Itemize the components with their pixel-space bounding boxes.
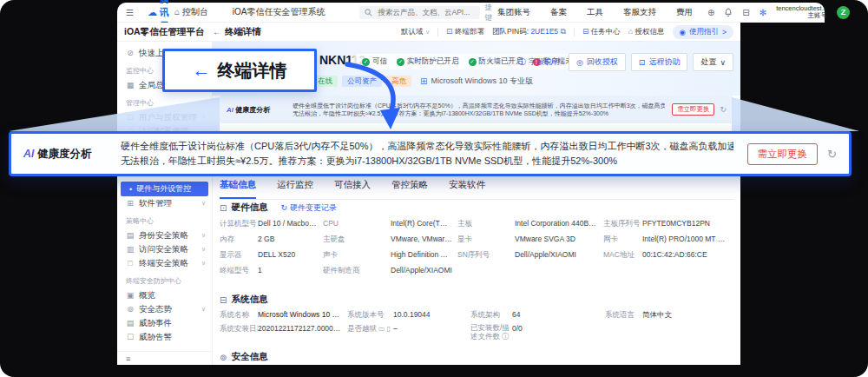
replace-now-button-large[interactable]: 需立即更换: [747, 143, 819, 165]
copy-icon[interactable]: ⧉: [560, 27, 565, 36]
security-section-header: ⊚ 安全信息: [220, 351, 267, 363]
posture-icon: ⊚: [126, 305, 135, 314]
search-input[interactable]: [376, 7, 475, 17]
replace-now-button[interactable]: 需立即更换: [672, 103, 715, 116]
tag-company-asset: 公司资产: [342, 76, 382, 87]
profiles-label: 已安装数/描述文件数ⓘ: [470, 321, 512, 341]
windows-icon: ⊞: [420, 76, 427, 86]
jailbreak-label: 是否越狱▭▯: [347, 321, 393, 341]
software-icon: ⊞: [126, 199, 135, 208]
sidebar-item-security-posture[interactable]: ⊚ 安全态势 ∨: [117, 302, 212, 316]
shield-check-icon: ✓: [397, 58, 404, 66]
chevron-down-icon: ∨: [201, 260, 206, 267]
search-icon: [365, 9, 372, 17]
system-section-header: ⊟ 系统信息: [220, 294, 267, 306]
hamburger-menu-icon[interactable]: ☰: [126, 8, 134, 17]
region-selector[interactable]: 默认域 ∨: [401, 27, 430, 37]
system-info-grid: 系统名称Microsoft Windows 10 专业版 系统版本号10.0.1…: [220, 308, 735, 341]
tab-runtime-monitor[interactable]: 运行监控: [277, 179, 313, 199]
chevron-down-icon: ∨: [425, 29, 430, 35]
sidebar-item-access-policy[interactable]: ▥ 访问安全策略 ∨: [117, 242, 212, 256]
sidebar-section-protection: 终端安全防护中心: [126, 276, 212, 286]
chevron-down-icon: ∨: [201, 232, 206, 239]
chevron-down-icon: ∨: [201, 306, 206, 313]
avatar[interactable]: Z: [837, 6, 850, 19]
task-center-link[interactable]: ⊟ 任务中心: [582, 27, 621, 37]
recycle-license-button[interactable]: ◎ 回收授权: [569, 53, 626, 71]
sidebar-item-software[interactable]: ⊞ 软件管理 ∨: [117, 196, 212, 210]
menu-tools[interactable]: 工具: [587, 7, 603, 18]
sidebar-section-manage: 管理中心: [126, 98, 212, 108]
ai-banner-text: 硬件全维度低于设计岗位标准（CPU落后3代/内存不足50%），高温降频常态化导致…: [293, 102, 665, 118]
home-icon: ⌂: [174, 7, 180, 17]
sidebar-item-threat-events[interactable]: ▤ 威胁事件: [117, 316, 212, 330]
menu-group-account[interactable]: 集团账号: [497, 7, 530, 18]
tab-trusted-access[interactable]: 可信接入: [334, 179, 371, 199]
tab-control-policy[interactable]: 管控策略: [391, 179, 428, 199]
bell-icon[interactable]: [724, 8, 733, 17]
menu-support[interactable]: 客服支持: [623, 7, 656, 18]
hardware-icon: ⊡: [220, 203, 227, 213]
refresh-icon[interactable]: ↻: [720, 105, 727, 114]
platform-title: iOA零信任管理平台: [124, 26, 213, 38]
sidebar-item-user-auth[interactable]: ⊡ 用户与授权管理 ∨: [117, 110, 212, 124]
sidebar-section-policy: 策略中心: [126, 216, 212, 226]
ai-gradient-text: AI: [227, 106, 233, 114]
globe-icon[interactable]: ⊕: [707, 8, 714, 17]
tag-high-risk: 高危: [386, 76, 411, 87]
badge-trusted: ✓ 可信: [362, 56, 387, 67]
system-icon: ⊟: [220, 295, 227, 305]
menu-beian[interactable]: 备案: [550, 7, 567, 18]
sidebar-item-terminal-policy[interactable]: □ 终端安全策略 ∨: [117, 256, 212, 270]
chevron-down-icon: ∨: [201, 246, 206, 253]
tab-installed-software[interactable]: 安装软件: [449, 179, 485, 199]
account-info[interactable]: tencencloudtest... 主账号: [776, 5, 827, 20]
collapse-icon: ≡: [126, 354, 130, 363]
terminal-icon: □: [126, 259, 135, 268]
ai-health-banner: AI 健康度分析 硬件全维度低于设计岗位标准（CPU落后3代/内存不足50%），…: [220, 96, 733, 123]
ai-gradient-text: AI: [23, 148, 35, 160]
overview-icon: ▣: [126, 291, 135, 300]
search-box[interactable]: [359, 6, 480, 19]
mini-program-icon[interactable]: ⊟: [742, 8, 749, 17]
dispose-dropdown[interactable]: 处置 ∨: [693, 53, 733, 71]
breadcrumb: 终端详情: [225, 26, 261, 38]
sidebar-item-identity-policy[interactable]: ▤ 身份安全策略 ∨: [117, 228, 212, 242]
deploy-icon: ⊡: [446, 27, 453, 36]
monitor-icon: ⊡: [639, 58, 646, 67]
access-icon: ▥: [126, 245, 135, 254]
user-icon: ⊡: [126, 113, 135, 122]
sidebar-collapse-button[interactable]: ≡: [117, 351, 220, 365]
hardware-change-log-link[interactable]: ↻ 硬件变更记录: [280, 202, 337, 214]
shield-icon: ⊚: [220, 353, 227, 362]
back-arrow-icon[interactable]: ←: [213, 27, 221, 36]
hardware-section-header: ⊡ 硬件信息 ↻ 硬件变更记录: [220, 202, 337, 214]
badge-firewall: ✓ 防火墙已开启: [469, 56, 523, 67]
terminal-detail-callout-label: ← 终端详情: [162, 49, 317, 92]
field-help-link[interactable]: ⓘ 字段说明: [518, 56, 560, 68]
sidebar-item-overview[interactable]: ▣ 概览: [117, 288, 212, 302]
remote-assist-button[interactable]: ⊡ 远程协助: [631, 53, 688, 71]
sidebar-item-threat-alerts[interactable]: ☐ 威胁告警: [117, 330, 212, 344]
product-name: iOA零信任安全管理系统: [233, 6, 326, 18]
ai-health-callout: AI 健康度分析 硬件全维度低于设计岗位标准（CPU落后3代/内存不足50%），…: [9, 131, 852, 176]
refresh-icon-large[interactable]: ↻: [827, 148, 837, 161]
ai-logo-large: AI 健康度分析: [23, 147, 121, 162]
license-link[interactable]: ⌂ 授权信息: [628, 27, 665, 37]
threat-event-icon: ▤: [126, 319, 135, 327]
hardware-info-grid: 计算机型号Dell 10 / MacbookPro 2020 / Xi... C…: [220, 215, 735, 278]
sidebar-item-hardware-peripheral[interactable]: • 硬件与外设管控: [121, 182, 208, 196]
deploy-link[interactable]: ⊡ 终端部署: [446, 27, 484, 37]
license-icon: ⌂: [628, 27, 633, 36]
assistant-icon[interactable]: ✻: [760, 8, 766, 17]
tab-basic-info[interactable]: 基础信息: [220, 179, 256, 199]
shield-check-icon: ✓: [362, 58, 370, 66]
menu-billing[interactable]: 费用: [676, 7, 693, 18]
pin-value: 2UE1E5: [530, 27, 558, 36]
console-link[interactable]: ⌂ 控制台: [174, 6, 208, 18]
quickstart-icon: ⊘: [126, 49, 135, 57]
divider: [574, 28, 575, 36]
chevron-down-icon: ∨: [201, 200, 206, 207]
ai-callout-text: 硬件全维度低于设计岗位标准（CPU落后3代/内存不足50%），高温降频常态化导致…: [121, 139, 733, 169]
guide-button[interactable]: ◉ 使用指引 >: [673, 25, 733, 39]
